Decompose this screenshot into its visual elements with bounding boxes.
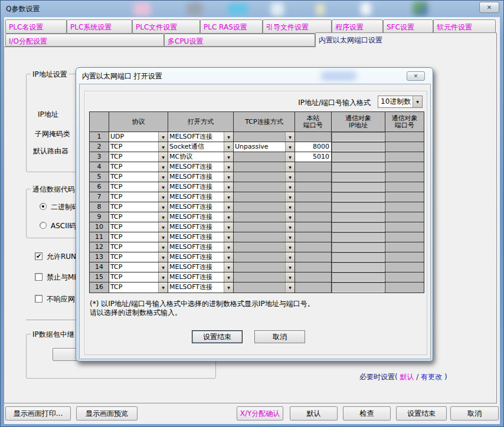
chevron-down-icon[interactable]: ▼ bbox=[158, 142, 168, 152]
protocol-dropdown[interactable]: TCP▼ bbox=[109, 182, 168, 192]
open-method-dropdown[interactable]: MELSOFT连接▼ bbox=[168, 222, 234, 232]
protocol-dropdown[interactable]: TCP▼ bbox=[109, 252, 168, 262]
chevron-down-icon[interactable]: ▼ bbox=[285, 222, 294, 232]
chevron-down-icon[interactable]: ▼ bbox=[285, 283, 294, 293]
chevron-down-icon[interactable]: ▼ bbox=[285, 142, 294, 152]
open-method-dropdown[interactable]: Socket通信▼ bbox=[168, 142, 234, 152]
chevron-down-icon[interactable]: ▼ bbox=[285, 172, 294, 182]
dialog-titlebar[interactable]: 内置以太网端口 打开设置 bbox=[76, 68, 433, 84]
tcp-mode-dropdown[interactable]: ▼ bbox=[234, 132, 295, 142]
disable-mel-checkbox[interactable] bbox=[35, 273, 42, 281]
tcp-mode-dropdown[interactable]: ▼ bbox=[234, 152, 295, 162]
local-port-cell[interactable]: 5010 bbox=[295, 152, 332, 162]
protocol-dropdown[interactable]: TCP▼ bbox=[109, 142, 168, 152]
chevron-down-icon[interactable]: ▼ bbox=[158, 252, 168, 262]
protocol-dropdown[interactable]: TCP▼ bbox=[109, 152, 168, 162]
no-response-checkbox[interactable] bbox=[35, 295, 42, 303]
chevron-down-icon[interactable]: ▼ bbox=[158, 272, 168, 282]
chevron-down-icon[interactable]: ▼ bbox=[158, 172, 168, 182]
tab-program[interactable]: 程序设置 bbox=[332, 19, 383, 34]
chevron-down-icon[interactable]: ▼ bbox=[158, 202, 168, 212]
tcp-mode-dropdown[interactable]: ▼ bbox=[234, 272, 295, 282]
open-method-dropdown[interactable]: MELSOFT连接▼ bbox=[168, 242, 234, 252]
open-method-dropdown[interactable]: MELSOFT连接▼ bbox=[168, 182, 234, 192]
chevron-down-icon[interactable]: ▼ bbox=[158, 232, 168, 242]
tab-sfc[interactable]: SFC设置 bbox=[383, 19, 433, 34]
chevron-down-icon[interactable]: ▼ bbox=[224, 142, 233, 152]
protocol-dropdown[interactable]: TCP▼ bbox=[109, 162, 168, 172]
protocol-dropdown[interactable]: UDP▼ bbox=[109, 132, 168, 142]
end-setting-button[interactable]: 设置结束 bbox=[396, 406, 447, 421]
dialog-end-setting-button[interactable]: 设置结束 bbox=[192, 330, 243, 343]
chevron-down-icon[interactable]: ▼ bbox=[285, 202, 294, 212]
tab-plc-file[interactable]: PLC文件设置 bbox=[132, 19, 200, 34]
cancel-button[interactable]: 取消 bbox=[450, 406, 499, 421]
open-method-dropdown[interactable]: MELSOFT连接▼ bbox=[168, 132, 234, 142]
tcp-mode-dropdown[interactable]: ▼ bbox=[234, 172, 295, 182]
binary-code-radio[interactable] bbox=[40, 203, 47, 210]
protocol-dropdown[interactable]: TCP▼ bbox=[109, 212, 168, 222]
chevron-down-icon[interactable]: ▼ bbox=[224, 262, 233, 272]
chevron-down-icon[interactable]: ▼ bbox=[285, 262, 294, 272]
chevron-down-icon[interactable]: ▼ bbox=[285, 132, 294, 142]
chevron-down-icon[interactable]: ▼ bbox=[224, 232, 233, 242]
chevron-down-icon[interactable]: ▼ bbox=[158, 192, 168, 202]
tcp-mode-dropdown[interactable]: ▼ bbox=[234, 262, 295, 272]
chevron-down-icon[interactable]: ▼ bbox=[285, 272, 294, 282]
chevron-down-icon[interactable]: ▼ bbox=[224, 212, 233, 222]
chevron-down-icon[interactable]: ▼ bbox=[224, 222, 233, 232]
window-titlebar[interactable]: Q参数设置 ✕ bbox=[1, 1, 504, 17]
chevron-down-icon[interactable]: ▼ bbox=[224, 242, 233, 252]
open-method-dropdown[interactable]: MELSOFT连接▼ bbox=[168, 162, 234, 172]
open-method-dropdown[interactable]: MC协议▼ bbox=[168, 152, 234, 162]
protocol-dropdown[interactable]: TCP▼ bbox=[109, 283, 168, 293]
tab-device[interactable]: 软元件设置 bbox=[433, 19, 496, 34]
chevron-down-icon[interactable]: ▼ bbox=[285, 192, 294, 202]
dialog-cancel-button[interactable]: 取消 bbox=[254, 330, 305, 343]
open-method-dropdown[interactable]: MELSOFT连接▼ bbox=[168, 212, 234, 222]
tab-plc-name[interactable]: PLC名设置 bbox=[5, 19, 67, 34]
chevron-down-icon[interactable]: ▼ bbox=[158, 262, 168, 272]
chevron-down-icon[interactable]: ▼ bbox=[224, 192, 233, 202]
window-close-button[interactable]: ✕ bbox=[479, 2, 499, 13]
open-method-dropdown[interactable]: MELSOFT连接▼ bbox=[168, 172, 234, 182]
chevron-down-icon[interactable]: ▼ bbox=[285, 182, 294, 192]
open-method-dropdown[interactable]: MELSOFT连接▼ bbox=[168, 192, 234, 202]
chevron-down-icon[interactable]: ▼ bbox=[285, 252, 294, 262]
tab-io-assignment[interactable]: I/O分配设置 bbox=[5, 34, 164, 47]
protocol-dropdown[interactable]: TCP▼ bbox=[109, 272, 168, 282]
protocol-dropdown[interactable]: TCP▼ bbox=[109, 202, 168, 212]
tcp-mode-dropdown[interactable]: ▼ bbox=[234, 182, 295, 192]
chevron-down-icon[interactable]: ▼ bbox=[285, 152, 294, 162]
chevron-down-icon[interactable]: ▼ bbox=[285, 212, 294, 222]
tcp-mode-dropdown[interactable]: ▼ bbox=[234, 283, 295, 293]
open-method-dropdown[interactable]: MELSOFT连接▼ bbox=[168, 232, 234, 242]
input-format-dropdown[interactable]: 10进制数 ▼ bbox=[378, 96, 423, 108]
chevron-down-icon[interactable]: ▼ bbox=[224, 202, 233, 212]
chevron-down-icon[interactable]: ▼ bbox=[224, 162, 233, 172]
chevron-down-icon[interactable]: ▼ bbox=[224, 172, 233, 182]
chevron-down-icon[interactable]: ▼ bbox=[285, 162, 294, 172]
chevron-down-icon[interactable]: ▼ bbox=[158, 182, 168, 192]
tab-multi-cpu[interactable]: 多CPU设置 bbox=[164, 34, 315, 47]
protocol-dropdown[interactable]: TCP▼ bbox=[109, 222, 168, 232]
tcp-mode-dropdown[interactable]: ▼ bbox=[234, 222, 295, 232]
ascii-code-radio[interactable] bbox=[40, 222, 47, 229]
protocol-dropdown[interactable]: TCP▼ bbox=[109, 262, 168, 272]
preview-screen-button[interactable]: 显示画面预览 bbox=[76, 406, 138, 421]
protocol-dropdown[interactable]: TCP▼ bbox=[109, 242, 168, 252]
open-method-dropdown[interactable]: MELSOFT连接▼ bbox=[168, 283, 234, 293]
chevron-down-icon[interactable]: ▼ bbox=[224, 252, 233, 262]
open-method-dropdown[interactable]: MELSOFT连接▼ bbox=[168, 262, 234, 272]
tcp-mode-dropdown[interactable]: ▼ bbox=[234, 242, 295, 252]
dialog-close-button[interactable]: ✕ bbox=[407, 71, 425, 81]
changed-link[interactable]: 有更改 bbox=[421, 373, 442, 381]
chevron-down-icon[interactable]: ▼ bbox=[158, 222, 168, 232]
chevron-down-icon[interactable]: ▼ bbox=[158, 152, 168, 162]
default-button[interactable]: 默认 bbox=[290, 406, 338, 421]
tcp-mode-dropdown[interactable]: ▼ bbox=[234, 252, 295, 262]
tab-builtin-ethernet[interactable]: 内置以太网端口设置 bbox=[315, 32, 497, 47]
protocol-dropdown[interactable]: TCP▼ bbox=[109, 232, 168, 242]
tab-plc-system[interactable]: PLC系统设置 bbox=[67, 19, 132, 34]
local-port-cell[interactable]: 8000 bbox=[295, 142, 332, 152]
